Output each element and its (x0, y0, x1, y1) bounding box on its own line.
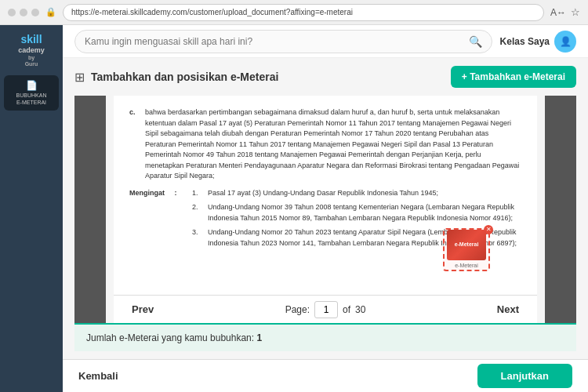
page-content: ⊞ Tambahkan dan posisikan e-Meterai + Ta… (63, 58, 588, 359)
nav-bar: Prev Page: of 30 Next (114, 295, 537, 323)
kelas-saya-button[interactable]: Kelas Saya 👤 (500, 31, 576, 53)
document-icon: 📄 (7, 80, 56, 91)
page-header: ⊞ Tambahkan dan posisikan e-Meterai + Ta… (74, 66, 576, 88)
kembali-button[interactable]: Kembali (78, 370, 118, 382)
doc-left-panel (74, 96, 106, 323)
mengingat-text-2: Undang-Undang Nomor 39 Tahun 2008 tentan… (208, 202, 521, 223)
content-area: 🔍 Kelas Saya 👤 ⊞ Tambahkan dan posisikan… (63, 25, 588, 392)
emeterai-inner-label: e-Meterai (455, 241, 479, 249)
lock-icon: 🔒 (45, 7, 56, 17)
sidebar: skill cademy byGuru 📄 BUBUHKANE-METERAI (0, 25, 63, 392)
stamp-icon: ⊞ (74, 70, 85, 85)
url-bar[interactable]: https://e-meterai.skillcademy.com/custom… (63, 4, 544, 21)
emeterai-inner: e-Meterai (447, 230, 486, 260)
page-number-input[interactable] (314, 301, 338, 318)
url-text: https://e-meterai.skillcademy.com/custom… (71, 8, 353, 16)
window-minimize (20, 9, 27, 16)
doc-page: c. bahwa berdasarkan pertimbangan sebaga… (114, 96, 537, 295)
browser-bar: 🔒 https://e-meterai.skillcademy.com/cust… (0, 0, 588, 25)
avatar: 👤 (554, 31, 576, 53)
top-bar: 🔍 Kelas Saya 👤 (63, 25, 588, 58)
search-icon[interactable]: 🔍 (469, 35, 482, 48)
jumlah-text: Jumlah e-Meterai yang kamu bubuhkan: 1 (86, 332, 262, 343)
logo-top: skill (18, 33, 45, 46)
doc-container: c. bahwa berdasarkan pertimbangan sebaga… (114, 96, 537, 323)
kelas-label: Kelas Saya (500, 36, 550, 47)
mengingat-item-2: 2. Undang-Undang Nomor 39 Tahun 2008 ten… (192, 202, 521, 223)
doc-text-c: bahwa berdasarkan pertimbangan sebagaima… (145, 107, 521, 182)
jumlah-count: 1 (256, 332, 262, 343)
browser-actions: A↔ ☆ (550, 6, 580, 18)
search-box[interactable]: 🔍 (74, 30, 492, 53)
lanjutkan-button[interactable]: Lanjutkan (477, 364, 572, 388)
translate-icon: A↔ (550, 7, 566, 18)
mengingat-item-1: 1. Pasal 17 ayat (3) Undang-Undang Dasar… (192, 188, 521, 199)
sidebar-item-emeterai[interactable]: 📄 BUBUHKANE-METERAI (4, 75, 59, 111)
page-total: 30 (355, 304, 365, 315)
search-input[interactable] (85, 36, 469, 47)
browser-window-controls (8, 9, 39, 16)
star-icon: ☆ (571, 6, 580, 18)
sidebar-logo: skill cademy byGuru (18, 33, 45, 67)
page-info: Page: of 30 (160, 301, 491, 318)
bottom-info-bar: Jumlah e-Meterai yang kamu bubuhkan: 1 (74, 323, 576, 351)
emeterai-label: e-Meterai (455, 262, 478, 270)
doc-letter-c: c. (129, 107, 145, 182)
page-title: Tambahkan dan posisikan e-Meterai (91, 71, 278, 83)
window-maximize (31, 9, 39, 16)
doc-section-c: c. bahwa berdasarkan pertimbangan sebaga… (129, 107, 521, 182)
doc-right-panel (545, 96, 576, 323)
footer-bar: Kembali Lanjutkan (63, 359, 588, 392)
logo-sub: byGuru (18, 55, 45, 68)
logo-brand: cademy (18, 46, 45, 55)
emeterai-stamp[interactable]: ✕ e-Meterai e-Meterai (443, 228, 490, 271)
next-button[interactable]: Next (491, 300, 525, 318)
doc-viewer: c. bahwa berdasarkan pertimbangan sebaga… (74, 96, 576, 323)
sidebar-item-label: BUBUHKANE-METERAI (7, 93, 56, 106)
avatar-icon: 👤 (560, 36, 572, 47)
page-title-row: ⊞ Tambahkan dan posisikan e-Meterai (74, 70, 278, 85)
mengingat-text-1: Pasal 17 ayat (3) Undang-Undang Dasar Re… (208, 188, 438, 199)
add-emeterai-button[interactable]: + Tambahkan e-Meterai (451, 66, 576, 88)
page-label: Page: (285, 304, 310, 315)
page-of: of (343, 304, 350, 315)
main-layout: skill cademy byGuru 📄 BUBUHKANE-METERAI … (0, 25, 588, 392)
mengingat-label: Mengingat : (129, 188, 192, 253)
prev-button[interactable]: Prev (125, 300, 160, 318)
window-close (8, 9, 16, 16)
